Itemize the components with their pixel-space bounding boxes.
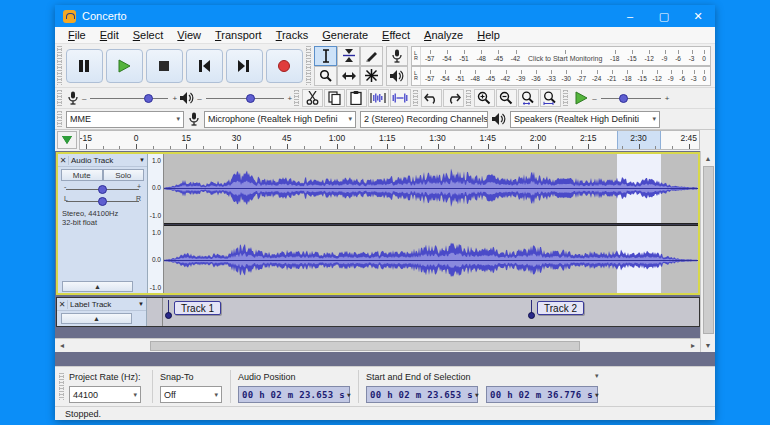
label-track[interactable]: ✕ Label Track ▼ ▲ Track 1Track 2 bbox=[56, 297, 700, 327]
meter-tick-label: -57 bbox=[425, 50, 434, 62]
close-track-button[interactable]: ✕ bbox=[57, 300, 68, 309]
label-area[interactable]: Track 1Track 2 bbox=[163, 298, 699, 326]
track-menu-icon[interactable]: ▼ bbox=[138, 301, 146, 307]
solo-button[interactable]: Solo bbox=[103, 169, 145, 181]
device-toolbar-grip[interactable] bbox=[57, 111, 62, 127]
waveform-display[interactable] bbox=[164, 154, 698, 293]
fit-selection-button[interactable] bbox=[518, 89, 539, 107]
recording-meter[interactable]: LR -57-54-51-48-45-42Click to Start Moni… bbox=[411, 46, 711, 66]
record-button[interactable] bbox=[266, 49, 303, 83]
collapse-track-button[interactable]: ▲ bbox=[61, 313, 132, 324]
monitor-prompt[interactable]: Click to Start Monitoring bbox=[528, 50, 602, 62]
playback-meter[interactable]: LR -57-54-51-48-45-42-39-36-33-30-27-24-… bbox=[411, 66, 711, 86]
ruler-label: 1:00 bbox=[329, 133, 346, 143]
snap-to-select[interactable]: Off▾ bbox=[160, 386, 222, 403]
menu-item-tracks[interactable]: Tracks bbox=[269, 28, 316, 42]
pinned-play-head-button[interactable] bbox=[57, 131, 77, 149]
paste-button[interactable] bbox=[346, 89, 367, 107]
transport-toolbar-grip[interactable] bbox=[57, 46, 62, 85]
cut-button[interactable] bbox=[302, 89, 323, 107]
vertical-scale-label: 1.0 bbox=[152, 157, 161, 164]
copy-button[interactable] bbox=[324, 89, 345, 107]
audio-host-select[interactable]: MME▾ bbox=[66, 111, 184, 128]
menu-item-generate[interactable]: Generate bbox=[315, 28, 375, 42]
play-button[interactable] bbox=[106, 49, 143, 83]
zoom-grip[interactable] bbox=[466, 90, 471, 106]
multi-tool-button[interactable] bbox=[360, 66, 383, 86]
skip-to-end-button[interactable] bbox=[226, 49, 263, 83]
audio-track[interactable]: ✕ Audio Track ▼ Mute Solo - + L R bbox=[56, 152, 700, 295]
label-text-box[interactable]: Track 1 bbox=[174, 301, 221, 315]
close-track-button[interactable]: ✕ bbox=[58, 156, 69, 165]
play-at-speed-button[interactable] bbox=[571, 89, 592, 107]
undo-button[interactable] bbox=[421, 89, 442, 107]
label-handle[interactable] bbox=[165, 312, 172, 319]
mixer-toolbar-grip[interactable] bbox=[57, 90, 62, 106]
edit-toolbar-grip[interactable] bbox=[294, 90, 299, 106]
maximize-button[interactable]: ▢ bbox=[647, 5, 681, 27]
playback-volume-slider[interactable] bbox=[206, 93, 284, 103]
selection-start-field[interactable]: 00 h 02 m 23.653 s▼ bbox=[366, 386, 478, 403]
menu-item-edit[interactable]: Edit bbox=[93, 28, 126, 42]
silence-audio-button[interactable] bbox=[390, 89, 411, 107]
scroll-down-icon[interactable]: ▼ bbox=[701, 338, 715, 352]
chevron-down-icon[interactable]: ▾ bbox=[595, 372, 599, 380]
play-at-speed-grip[interactable] bbox=[563, 90, 568, 106]
menu-item-file[interactable]: File bbox=[61, 28, 93, 42]
chevron-down-icon: ▾ bbox=[214, 391, 218, 399]
selection-tool-button[interactable] bbox=[314, 46, 337, 66]
menu-item-effect[interactable]: Effect bbox=[375, 28, 417, 42]
tools-toolbar-grip[interactable] bbox=[306, 46, 311, 85]
timeshift-tool-button[interactable] bbox=[337, 66, 360, 86]
zoom-out-button[interactable] bbox=[496, 89, 517, 107]
menu-item-select[interactable]: Select bbox=[126, 28, 171, 42]
vertical-scrollbar[interactable]: ▲ ▼ bbox=[700, 151, 715, 352]
envelope-tool-button[interactable] bbox=[337, 46, 360, 66]
scroll-right-icon[interactable]: ▸ bbox=[686, 339, 700, 352]
scroll-up-icon[interactable]: ▲ bbox=[701, 151, 715, 165]
meter-tick-label: -42 bbox=[501, 70, 510, 82]
selection-end-field[interactable]: 00 h 02 m 36.776 s▼ bbox=[486, 386, 598, 403]
horizontal-scrollbar[interactable]: ◂ ▸ bbox=[55, 338, 700, 352]
recording-device-select[interactable]: Microphone (Realtek High Defini▾ bbox=[204, 111, 356, 128]
audio-position-label: Audio Position bbox=[238, 372, 296, 382]
pause-button[interactable] bbox=[66, 49, 103, 83]
skip-to-start-button[interactable] bbox=[186, 49, 223, 83]
playback-device-select[interactable]: Speakers (Realtek High Definiti▾ bbox=[510, 111, 660, 128]
project-rate-select[interactable]: 44100▾ bbox=[69, 386, 141, 403]
draw-tool-button[interactable] bbox=[360, 46, 383, 66]
gain-slider[interactable]: - + bbox=[64, 183, 141, 194]
track-title[interactable]: Label Track bbox=[68, 300, 138, 309]
record-meter-mic-icon[interactable] bbox=[386, 46, 408, 66]
menu-item-transport[interactable]: Transport bbox=[208, 28, 269, 42]
trim-audio-button[interactable] bbox=[368, 89, 389, 107]
scroll-left-icon[interactable]: ◂ bbox=[55, 339, 69, 352]
menu-item-analyze[interactable]: Analyze bbox=[417, 28, 470, 42]
fit-project-button[interactable] bbox=[540, 89, 561, 107]
track-title[interactable]: Audio Track bbox=[69, 156, 139, 165]
label-text-box[interactable]: Track 2 bbox=[537, 301, 584, 315]
audio-position-field[interactable]: 00 h 02 m 23.653 s▼ bbox=[238, 386, 350, 403]
zoom-in-button[interactable] bbox=[474, 89, 495, 107]
play-speed-slider[interactable] bbox=[601, 93, 661, 103]
undo-grip[interactable] bbox=[413, 90, 418, 106]
timeline-ruler[interactable]: -1501530451:001:151:301:452:002:152:302:… bbox=[79, 130, 700, 150]
vertical-scroll-thumb[interactable] bbox=[703, 166, 714, 334]
selection-toolbar-grip[interactable] bbox=[59, 373, 64, 400]
zoom-tool-button[interactable] bbox=[314, 66, 337, 86]
recording-channels-select[interactable]: 2 (Stereo) Recording Channels▾ bbox=[360, 111, 488, 128]
close-button[interactable]: ✕ bbox=[681, 5, 715, 27]
track-menu-icon[interactable]: ▼ bbox=[139, 157, 147, 163]
minimize-button[interactable]: – bbox=[613, 5, 647, 27]
menu-item-help[interactable]: Help bbox=[470, 28, 507, 42]
horizontal-scroll-thumb[interactable] bbox=[150, 341, 580, 351]
play-meter-speaker-icon[interactable] bbox=[386, 66, 408, 86]
pan-slider[interactable]: L R bbox=[64, 195, 141, 206]
label-handle[interactable] bbox=[528, 312, 535, 319]
recording-volume-slider[interactable] bbox=[90, 93, 168, 103]
mute-button[interactable]: Mute bbox=[61, 169, 103, 181]
stop-button[interactable] bbox=[146, 49, 183, 83]
menu-item-view[interactable]: View bbox=[170, 28, 208, 42]
collapse-track-button[interactable]: ▲ bbox=[62, 281, 133, 292]
redo-button[interactable] bbox=[443, 89, 464, 107]
